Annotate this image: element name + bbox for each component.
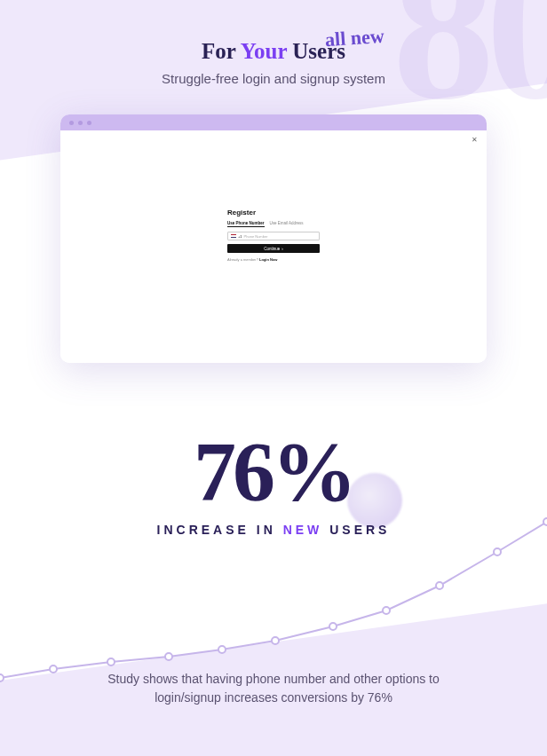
svg-point-3 [165,653,172,660]
stat-caption-post: USERS [322,523,390,537]
svg-point-6 [329,623,337,630]
already-member-text: Already a member? [227,257,259,262]
window-dot [87,121,91,125]
stat-number: 76% [157,434,391,510]
tab-email[interactable]: Use Email Address [270,221,304,227]
heading-pre: For [202,39,241,63]
register-form: Register Use Phone Number Use Email Addr… [227,209,320,262]
auth-method-tabs: Use Phone Number Use Email Address [227,221,320,227]
dial-code: +1 [238,234,242,239]
browser-titlebar [60,114,487,130]
hero-heading: For Your Users all new [202,39,345,64]
svg-point-2 [107,658,115,665]
window-dot [69,121,74,125]
continue-button[interactable]: Continue › [227,244,320,253]
close-icon[interactable]: ✕ [472,136,478,144]
all-new-badge: all new [325,25,385,52]
heading-highlight: Your [241,39,287,63]
chevron-right-icon: › [281,247,283,251]
continue-label: Continue [264,247,280,251]
svg-point-4 [218,646,226,653]
window-dot [78,121,83,125]
stat-block: 76% INCREASE IN NEW USERS [157,434,391,537]
flag-icon [231,234,236,238]
stat-caption-pre: INCREASE IN [157,523,283,537]
hero-heading-wrap: For Your Users all new Struggle-free log… [162,39,385,86]
login-now-link[interactable]: Login Now [259,257,277,262]
svg-point-5 [272,637,279,644]
stat-caption: INCREASE IN NEW USERS [157,523,391,537]
browser-mockup: ✕ Register Use Phone Number Use Email Ad… [60,114,487,363]
study-text: Study shows that having phone number and… [83,670,464,706]
browser-body: ✕ Register Use Phone Number Use Email Ad… [60,130,487,363]
phone-input[interactable]: +1 Phone Number [227,232,320,240]
phone-placeholder: Phone Number [244,234,268,239]
svg-point-9 [494,548,501,555]
svg-point-8 [436,582,443,589]
svg-point-7 [383,607,390,614]
form-title: Register [227,209,320,217]
tab-phone[interactable]: Use Phone Number [227,221,265,227]
stat-caption-highlight: NEW [283,523,323,537]
hero-subheading: Struggle-free login and signup system [162,71,385,86]
svg-point-0 [0,674,4,681]
login-now-row: Already a member? Login Now [227,257,320,262]
svg-point-1 [50,665,57,673]
